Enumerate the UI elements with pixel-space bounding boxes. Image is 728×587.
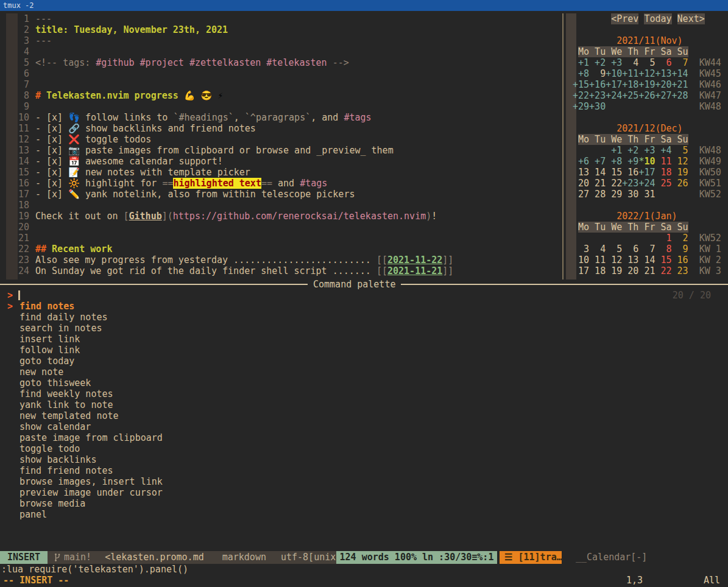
calendar-day[interactable]: 5 <box>606 244 622 255</box>
calendar-day[interactable]: 8 <box>655 244 671 255</box>
calendar-day[interactable]: 6 <box>655 57 671 68</box>
calendar-day[interactable]: 31 <box>638 189 655 200</box>
tag[interactable]: #github <box>96 57 134 68</box>
calendar-day[interactable]: 4 <box>589 244 606 255</box>
palette-item[interactable]: find daily notes <box>0 312 560 323</box>
calendar-day[interactable]: +8 <box>573 68 589 79</box>
calendar-day[interactable]: 21 <box>638 265 655 276</box>
calendar-day[interactable]: +10 <box>606 68 622 79</box>
calendar-day[interactable]: +15 <box>573 79 589 90</box>
tag[interactable]: #tags <box>344 112 371 123</box>
calendar-day[interactable]: 18 <box>655 167 671 178</box>
calendar-day[interactable]: +12 <box>638 68 655 79</box>
calendar-day[interactable]: 5 <box>638 57 655 68</box>
calendar-day[interactable]: 13 <box>573 167 589 178</box>
palette-item[interactable]: insert link <box>0 334 560 345</box>
calendar-day[interactable]: +3 <box>606 57 622 68</box>
calendar-day[interactable]: +7 <box>589 156 606 167</box>
calendar-day[interactable]: 12 <box>606 255 622 265</box>
calendar-day[interactable]: +22 <box>573 90 589 101</box>
palette-item[interactable]: show backlinks <box>0 454 560 465</box>
calendar-day[interactable]: 4 <box>622 57 638 68</box>
calendar-day[interactable]: +1 <box>606 145 622 156</box>
palette-item[interactable]: goto today <box>0 356 560 367</box>
palette-item[interactable]: preview image under cursor <box>0 487 560 498</box>
calendar-day[interactable]: +2 <box>622 145 638 156</box>
calendar-day[interactable]: +20 <box>655 79 671 90</box>
palette-item[interactable]: search in notes <box>0 323 560 334</box>
calendar-day[interactable]: 30 <box>622 189 638 200</box>
today-button[interactable]: Today <box>644 13 671 24</box>
buffer-tabs[interactable]: ☰ [11]tra… <box>500 551 562 564</box>
calendar-day[interactable]: 2 <box>672 233 688 244</box>
calendar-day[interactable]: +2 <box>589 57 606 68</box>
calendar-day[interactable]: 21 <box>589 178 606 189</box>
calendar-day[interactable]: +23 <box>622 178 638 189</box>
palette-item[interactable]: toggle todo <box>0 443 560 454</box>
calendar-day[interactable]: +17 <box>606 79 622 90</box>
calendar-day[interactable]: 22 <box>655 265 671 276</box>
calendar-day[interactable]: 17 <box>573 265 589 276</box>
calendar-day[interactable]: 9 <box>672 244 688 255</box>
calendar-day[interactable]: +21 <box>672 79 688 90</box>
calendar-day[interactable]: +30 <box>589 101 606 112</box>
command-line[interactable]: :lua require('telekasten').panel() <box>1 564 188 575</box>
calendar-day[interactable]: 27 <box>573 189 589 200</box>
tag[interactable]: #project <box>140 57 184 68</box>
calendar-day[interactable]: +9 <box>622 156 638 167</box>
calendar-day[interactable]: 7 <box>672 57 688 68</box>
calendar-day[interactable]: 11 <box>655 156 671 167</box>
calendar-day[interactable]: 16 <box>672 255 688 265</box>
calendar-day[interactable]: 29 <box>606 189 622 200</box>
calendar-day[interactable]: 15 <box>655 255 671 265</box>
calendar-day[interactable]: +17 <box>638 167 655 178</box>
calendar-day[interactable]: +23 <box>589 90 606 101</box>
calendar-day[interactable]: 12 <box>672 156 688 167</box>
calendar-day[interactable]: +6 <box>573 156 589 167</box>
calendar-day[interactable]: +14 <box>672 68 688 79</box>
calendar-day[interactable]: +13 <box>655 68 671 79</box>
calendar-day-today[interactable]: 10 <box>644 156 655 167</box>
calendar-day[interactable]: 20 <box>622 265 638 276</box>
calendar-day[interactable]: 26 <box>672 178 688 189</box>
calendar-day[interactable]: +18 <box>622 79 638 90</box>
calendar-day[interactable]: +28 <box>672 90 688 101</box>
calendar-day[interactable]: 5 <box>672 145 688 156</box>
calendar-day[interactable]: +26 <box>638 90 655 101</box>
calendar-day[interactable]: +25 <box>622 90 638 101</box>
calendar-day[interactable]: 14 <box>589 167 606 178</box>
calendar-day[interactable]: 1 <box>655 233 671 244</box>
calendar-day[interactable]: 9 <box>589 68 606 79</box>
calendar-day[interactable]: 13 <box>622 255 638 265</box>
calendar-day[interactable]: +4 <box>655 145 671 156</box>
palette-prompt[interactable]: > 20 / 20 <box>0 290 728 301</box>
calendar-day[interactable]: 22 <box>606 178 622 189</box>
palette-item[interactable]: goto thisweek <box>0 378 560 388</box>
palette-item[interactable]: follow link <box>0 345 560 356</box>
palette-item[interactable]: yank link to note <box>0 399 560 410</box>
calendar-day[interactable]: 20 <box>573 178 589 189</box>
tag[interactable]: #telekasten <box>266 57 327 68</box>
calendar-day[interactable]: 25 <box>655 178 671 189</box>
calendar-day[interactable]: 15 <box>606 167 622 178</box>
calendar-day[interactable]: +19 <box>638 79 655 90</box>
tag[interactable]: #tags <box>300 178 327 189</box>
calendar-day[interactable]: +11 <box>622 68 638 79</box>
calendar-day[interactable]: 16 <box>622 167 638 178</box>
calendar-day[interactable]: 28 <box>589 189 606 200</box>
calendar-day[interactable]: +8 <box>606 156 622 167</box>
link-text[interactable]: Github <box>129 211 162 222</box>
calendar-day[interactable]: +16 <box>589 79 606 90</box>
editor-buffer[interactable]: 1---2title: Tuesday, November 23th, 2021… <box>0 13 560 279</box>
calendar-day[interactable]: +3 <box>638 145 655 156</box>
palette-item[interactable]: browse images, insert link <box>0 476 560 487</box>
calendar-day[interactable]: 6 <box>622 244 638 255</box>
calendar-day[interactable]: 23 <box>672 265 688 276</box>
calendar-day[interactable]: +27 <box>655 90 671 101</box>
calendar-day[interactable]: +1 <box>573 57 589 68</box>
palette-item[interactable]: show calendar <box>0 421 560 432</box>
calendar-day[interactable]: 3 <box>573 244 589 255</box>
palette-item[interactable]: paste image from clipboard <box>0 432 560 443</box>
calendar-day[interactable]: 10 <box>573 255 589 265</box>
next-button[interactable]: Next> <box>677 13 705 24</box>
